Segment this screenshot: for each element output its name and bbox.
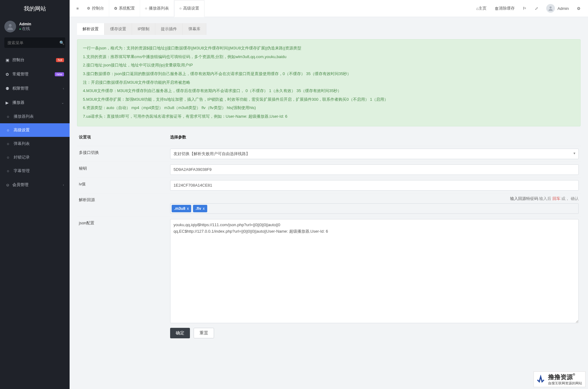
circle-icon: ○ (7, 142, 14, 146)
circle-icon: ○ (179, 6, 182, 11)
play-icon: ▶ (6, 100, 12, 105)
tag-remove-icon[interactable]: x (187, 206, 189, 211)
sidebar-item-console[interactable]: ▣ 控制台 hot (0, 53, 70, 67)
help-line: 7.ua请求头：直接填0即可，可用作伪装域名请求验证等，有需求可填写，例如：Us… (83, 112, 575, 121)
sidebar-item-label: 控制台 (12, 57, 56, 63)
dashboard-icon: ▣ (6, 58, 12, 62)
subtab-parse[interactable]: 解析设置 (77, 23, 105, 35)
sidebar-item-permission[interactable]: ⚉ 权限管理 ‹ (0, 81, 70, 95)
header-label: 设置项 (77, 131, 168, 146)
home-icon: ⌂ (476, 6, 479, 11)
form-header: 设置项 选择参数 (77, 131, 581, 146)
sidebar-item-label: 会员管理 (12, 182, 63, 188)
home-link[interactable]: ⌂ 主页 (472, 0, 490, 17)
circle-icon: ○ (7, 169, 14, 173)
help-line: 2.接口地址:json接口地址，地址中可以使用{ip}变量获取用户IP (83, 61, 575, 70)
submit-button[interactable]: 确定 (170, 328, 190, 338)
help-line: 4.M3U8文件缓存：M3U8文件缓存到自己服务器上，缓存后在缓存有效期内不会请… (83, 87, 575, 95)
badge-hot: hot (56, 58, 64, 62)
tag-remove-icon[interactable]: x (203, 206, 204, 211)
users-icon: ⚉ (6, 86, 12, 91)
row-label: json配置 (77, 217, 168, 345)
sidebar-item-label: 高级设置 (14, 127, 64, 133)
subtab-danmu-lib[interactable]: 弹幕库 (183, 23, 206, 35)
gear-icon: ⚙ (577, 6, 581, 11)
sidebar-item-label: 弹幕列表 (14, 141, 64, 146)
subtab-iplimit[interactable]: IP限制 (132, 23, 155, 35)
gear-icon: ✿ (6, 72, 12, 77)
help-line: 3.接口数据缓存：json接口返回的数据缓存到自己服务器上，缓存有效期内不会在次… (83, 70, 575, 78)
sidebar-item-label: 播放器列表 (14, 114, 64, 119)
tab-advanced[interactable]: ○ 高级设置 (174, 0, 204, 17)
sidebar-item-member[interactable]: ☺ 会员管理 ‹ (0, 178, 70, 192)
sidebar-item-advanced[interactable]: ○ 高级设置 (0, 123, 70, 137)
fullscreen-button[interactable]: ⤢ (531, 0, 542, 17)
menu-toggle[interactable]: ≡ (73, 0, 82, 17)
user-menu[interactable]: Admin (543, 0, 573, 17)
sidebar-item-player[interactable]: ▶ 播放器 ⌄ (0, 95, 70, 110)
sidebar-nav: ▣ 控制台 hot ✿ 常规管理 new ⚉ 权限管理 ‹ ▶ 播放器 ⌄ ○ (0, 51, 70, 192)
chevron-left-icon: ‹ (63, 87, 64, 90)
help-alert: 一行一条json，格式为：支持的资源$接口地址||接口数据缓存||M3U8文件缓… (77, 39, 581, 126)
badge-new: new (55, 72, 64, 76)
chevron-left-icon: ‹ (63, 183, 64, 187)
select-value: 友好切换【解析失败用户可自由选择线路】 (174, 151, 250, 157)
trash-icon: 🗑 (495, 6, 499, 11)
menu-icon: ≡ (76, 6, 79, 11)
user-icon: ☺ (6, 183, 12, 187)
row-label: 解析回源 (77, 193, 168, 216)
search-input[interactable] (7, 40, 59, 45)
profile-status: ●在线 (19, 26, 31, 32)
watermark: 撸撸资源® 自搜互联网资源的网站 (534, 371, 586, 387)
textarea-json-config[interactable] (170, 219, 579, 323)
tag-input-origin[interactable]: .m3u8x .flvx (170, 203, 579, 214)
reset-button[interactable]: 重置 (194, 328, 214, 338)
input-iv[interactable] (170, 180, 579, 191)
sidebar-item-danmu-list[interactable]: ○ 弹幕列表 (0, 137, 70, 150)
help-line: 5.M3U8文件缓存扩展：加强M3U8功能，支持ts地址加密，插入广告，IP锁防… (83, 95, 575, 104)
sidebar-item-label: 常规管理 (12, 71, 55, 77)
sidebar-item-label: 播放器 (12, 100, 61, 105)
profile-name: Admin (19, 22, 31, 26)
tab-console[interactable]: ⚙ 控制台 (82, 0, 109, 17)
circle-icon: ○ (7, 128, 14, 133)
svg-point-0 (9, 24, 11, 27)
topbar: ≡ ⚙ 控制台 ✿ 系统配置 ○ 播放器列表 ○ 高级设置 (70, 0, 588, 17)
select-multi-switch[interactable]: 友好切换【解析失败用户可自由选择线路】 ▾ (170, 149, 579, 159)
svg-point-1 (550, 6, 552, 9)
avatar[interactable] (4, 21, 16, 32)
sidebar-item-subtitle[interactable]: ○ 字幕管理 (0, 164, 70, 178)
origin-hint: 输入回源特征码 输入后 回车 或， 确认 (170, 196, 579, 201)
tag-flv[interactable]: .flvx (193, 205, 207, 212)
search-icon[interactable]: 🔍 (59, 40, 64, 45)
avatar-icon (546, 4, 555, 13)
language-button[interactable]: 🏳 (519, 0, 530, 17)
help-line: 一行一条json，格式为：支持的资源$接口地址||接口数据缓存||M3U8文件缓… (83, 44, 575, 53)
tab-label: 控制台 (92, 6, 104, 11)
input-secret[interactable] (170, 164, 579, 175)
sidebar-item-general[interactable]: ✿ 常规管理 new (0, 67, 70, 81)
flag-icon: 🏳 (523, 6, 527, 11)
row-multi-switch: 多接口切换 友好切换【解析失败用户可自由选择线路】 ▾ (77, 146, 581, 162)
sidebar-item-block-log[interactable]: ○ 封锁记录 (0, 150, 70, 164)
circle-icon: ○ (7, 114, 14, 119)
row-label: 秘钥 (77, 162, 168, 177)
subtab-tip-plugin[interactable]: 提示插件 (155, 23, 183, 35)
settings-button[interactable]: ⚙ (573, 0, 584, 17)
brand-title: 我的网站 (0, 0, 70, 17)
sidebar-item-player-list[interactable]: ○ 播放器列表 (0, 110, 70, 123)
sidebar-search[interactable]: 🔍 (4, 37, 65, 48)
tab-player-list[interactable]: ○ 播放器列表 (140, 0, 174, 17)
clear-cache-button[interactable]: 🗑 清除缓存 (491, 0, 518, 17)
subtab-bar: 解析设置 缓存设置 IP限制 提示插件 弹幕库 (77, 23, 581, 35)
profile-block: Admin ●在线 (0, 17, 70, 37)
tab-system-config[interactable]: ✿ 系统配置 (109, 0, 140, 17)
circle-icon: ○ (145, 6, 147, 11)
gear-icon: ✿ (114, 6, 117, 11)
tag-m3u8[interactable]: .m3u8x (172, 205, 191, 212)
subtab-cache[interactable]: 缓存设置 (105, 23, 132, 35)
fullscreen-icon: ⤢ (535, 6, 538, 11)
row-secret: 秘钥 (77, 162, 581, 178)
help-line: 注：开启接口数据缓存后M3U8文件缓存功能的开启将被忽略 (83, 78, 575, 87)
header-control: 选择参数 (168, 131, 581, 146)
